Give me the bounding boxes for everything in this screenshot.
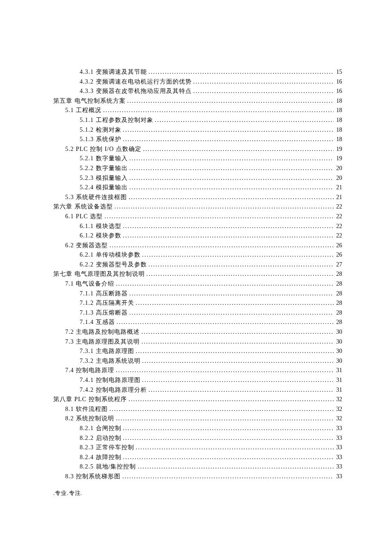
toc-leader-dots bbox=[108, 405, 334, 414]
toc-leader-dots bbox=[113, 202, 334, 212]
toc-leader-dots bbox=[121, 231, 334, 241]
toc-entry-label: 7.3 主电路原理图及其说明 bbox=[65, 337, 140, 347]
toc-leader-dots bbox=[114, 414, 334, 424]
toc-entry: 8.2.2 启动控制 33 bbox=[53, 434, 342, 443]
toc-leader-dots bbox=[128, 183, 334, 193]
toc-leader-dots bbox=[108, 241, 334, 251]
toc-leader-dots bbox=[126, 96, 334, 106]
toc-entry-page: 33 bbox=[334, 443, 342, 453]
toc-entry-label: 6.2.1 单传动模块参数 bbox=[80, 250, 141, 260]
toc-entry-label: 第六章 系统设备选型 bbox=[53, 202, 113, 212]
toc-entry-label: 第七章 电气原理图及其控制说明 bbox=[53, 269, 145, 279]
toc-entry-page: 28 bbox=[334, 298, 342, 308]
toc-entry: 8.2 系统控制说明 32 bbox=[53, 414, 342, 424]
toc-entry: 7.4.1 控制电路原理图 31 bbox=[53, 376, 342, 385]
toc-entry: 7.1 电气设备介绍 28 bbox=[53, 279, 342, 289]
toc-entry-label: 6.1 PLC 选型 bbox=[65, 212, 103, 222]
toc-entry-label: 7.2 主电路及控制电路概述 bbox=[65, 327, 140, 337]
toc-entry-label: 5.2.4 模拟量输出 bbox=[80, 183, 128, 193]
toc-entry: 5.2.2 数字量输出 20 bbox=[53, 164, 342, 173]
toc-leader-dots bbox=[128, 173, 334, 183]
toc-leader-dots bbox=[141, 250, 334, 260]
toc-entry: 7.3.2 主电路系统说明 30 bbox=[53, 356, 342, 366]
toc-entry: 4.3.2 变频调速在电动机运行方面的优势 16 bbox=[53, 77, 342, 87]
toc-leader-dots bbox=[192, 87, 334, 96]
toc-entry-label: 7.4 控制电路原理 bbox=[65, 366, 114, 376]
toc-entry-label: 7.1 电气设备介绍 bbox=[65, 279, 114, 289]
toc-entry-label: 5.1.2 检测对象 bbox=[80, 125, 121, 135]
toc-entry-label: 5.2.3 模拟量输入 bbox=[80, 173, 128, 183]
toc-entry-label: 8.2.1 合闸控制 bbox=[80, 424, 121, 434]
toc-entry-page: 28 bbox=[334, 308, 342, 318]
toc-entry: 6.1.2 模块参数 22 bbox=[53, 231, 342, 241]
toc-leader-dots bbox=[121, 472, 334, 482]
toc-entry: 7.1.1 高压断路器 28 bbox=[53, 289, 342, 299]
toc-entry-page: 33 bbox=[334, 462, 342, 472]
toc-entry-page: 19 bbox=[334, 154, 342, 164]
toc-entry: 5.2.3 模拟量输入 20 bbox=[53, 173, 342, 183]
toc-entry: 6.2.2 变频器型号及参数 27 bbox=[53, 260, 342, 270]
footer-text: .专业.专注. bbox=[53, 489, 342, 497]
toc-entry-page: 31 bbox=[334, 376, 342, 385]
toc-leader-dots bbox=[134, 443, 334, 453]
toc-entry-page: 26 bbox=[334, 250, 342, 260]
toc-entry-page: 33 bbox=[334, 453, 342, 462]
toc-entry: 6.1 PLC 选型 22 bbox=[53, 212, 342, 222]
toc-entry-page: 33 bbox=[334, 424, 342, 434]
toc-entry-page: 32 bbox=[334, 414, 342, 424]
toc-entry-page: 33 bbox=[334, 472, 342, 482]
toc-entry-page: 22 bbox=[334, 202, 342, 212]
toc-entry: 8.1 软件流程图 32 bbox=[53, 405, 342, 414]
toc-entry: 6.1.1 模块选型 22 bbox=[53, 222, 342, 231]
toc-leader-dots bbox=[192, 77, 334, 87]
toc-leader-dots bbox=[115, 318, 334, 327]
toc-entry-label: 7.1.3 高压熔断器 bbox=[80, 308, 128, 318]
toc-entry: 5.1.1 工程参数及控制对象 18 bbox=[53, 116, 342, 125]
toc-entry-page: 32 bbox=[334, 395, 342, 405]
toc-entry: 5.2.4 模拟量输出 21 bbox=[53, 183, 342, 193]
toc-entry: 5.1 工程概况 18 bbox=[53, 106, 342, 116]
table-of-contents: 4.3.1 变频调速及其节能 154.3.2 变频调速在电动机运行方面的优势 1… bbox=[53, 67, 342, 482]
toc-entry-page: 30 bbox=[334, 347, 342, 356]
toc-entry: 8.2.5 就地/集控控制 33 bbox=[53, 462, 342, 472]
toc-leader-dots bbox=[103, 212, 334, 222]
toc-entry-label: 5.2.1 数字量输入 bbox=[80, 154, 128, 164]
toc-entry-page: 22 bbox=[334, 231, 342, 241]
toc-leader-dots bbox=[121, 135, 334, 145]
toc-entry-label: 7.4.1 控制电路原理图 bbox=[80, 376, 141, 385]
toc-leader-dots bbox=[128, 154, 334, 164]
toc-entry: 8.2.1 合闸控制 33 bbox=[53, 424, 342, 434]
toc-leader-dots bbox=[153, 116, 334, 125]
toc-leader-dots bbox=[127, 193, 334, 202]
toc-entry-page: 18 bbox=[334, 116, 342, 125]
toc-entry-label: 6.2.2 变频器型号及参数 bbox=[80, 260, 147, 270]
toc-entry: 8.3 控制系统梯形图 33 bbox=[53, 472, 342, 482]
toc-leader-dots bbox=[134, 298, 334, 308]
toc-entry-label: 4.3.3 变频器在皮带机拖动应用及其特点 bbox=[80, 87, 192, 96]
toc-entry-label: 7.1.1 高压断路器 bbox=[80, 289, 128, 299]
toc-entry-page: 27 bbox=[334, 260, 342, 270]
toc-entry-page: 30 bbox=[334, 356, 342, 366]
toc-entry-label: 7.1.2 高压隔离开关 bbox=[80, 298, 134, 308]
toc-entry-label: 6.1.2 模块参数 bbox=[80, 231, 121, 241]
toc-entry: 6.2 变频器选型 26 bbox=[53, 241, 342, 251]
toc-entry-label: 6.1.1 模块选型 bbox=[80, 222, 121, 231]
toc-entry-page: 33 bbox=[334, 434, 342, 443]
toc-entry-page: 26 bbox=[334, 241, 342, 251]
toc-leader-dots bbox=[141, 356, 334, 366]
toc-entry: 第五章 电气控制系统方案 18 bbox=[53, 96, 342, 106]
toc-leader-dots bbox=[121, 222, 334, 231]
toc-entry: 5.1.3 系统保护 18 bbox=[53, 135, 342, 145]
toc-entry-page: 28 bbox=[334, 279, 342, 289]
toc-leader-dots bbox=[141, 145, 334, 154]
toc-entry-page: 28 bbox=[334, 269, 342, 279]
toc-entry-page: 18 bbox=[334, 96, 342, 106]
toc-leader-dots bbox=[128, 308, 334, 318]
toc-entry: 8.2.4 故障控制 33 bbox=[53, 453, 342, 462]
toc-entry: 7.1.4 互感器 28 bbox=[53, 318, 342, 327]
toc-leader-dots bbox=[140, 327, 334, 337]
toc-entry-page: 15 bbox=[334, 67, 342, 77]
toc-entry: 5.2 PLC 控制 I/O 点数确定 19 bbox=[53, 145, 342, 154]
toc-entry: 7.1.2 高压隔离开关 28 bbox=[53, 298, 342, 308]
toc-entry-label: 5.2 PLC 控制 I/O 点数确定 bbox=[65, 145, 141, 154]
